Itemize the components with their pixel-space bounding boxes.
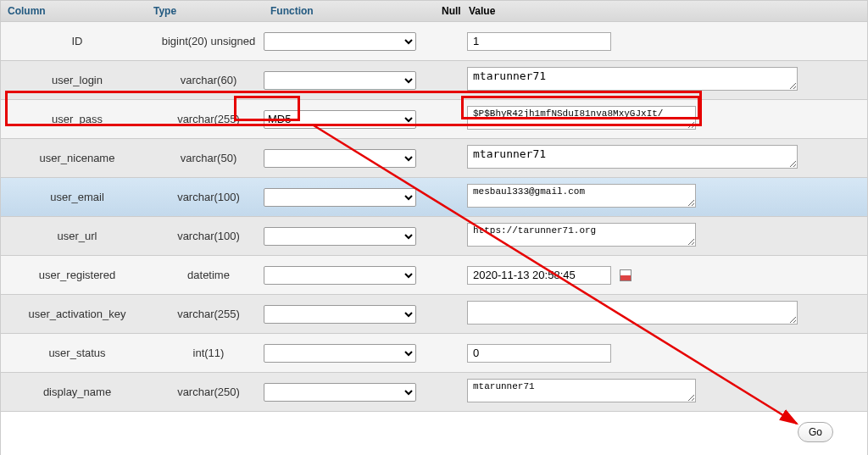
table-row: ID bigint(20) unsigned (0, 22, 868, 61)
function-select[interactable] (264, 266, 416, 285)
go-button[interactable]: Go (798, 422, 833, 442)
table-row: user_registered datetime (0, 256, 868, 295)
table-header: Column Type Function Null Value (0, 0, 868, 22)
function-select[interactable] (264, 71, 416, 90)
column-name: ID (1, 35, 153, 47)
header-column[interactable]: Column (8, 5, 46, 17)
function-select[interactable] (264, 305, 416, 324)
table-row: user_url varchar(100) (0, 217, 868, 256)
column-name: user_status (1, 347, 153, 359)
function-select[interactable] (264, 188, 416, 207)
header-type[interactable]: Type (153, 5, 176, 17)
value-textarea[interactable] (467, 106, 696, 130)
column-name: user_activation_key (1, 308, 153, 320)
column-type: varchar(50) (153, 152, 264, 164)
function-select[interactable] (264, 383, 416, 402)
column-name: user_nicename (1, 152, 153, 164)
table-row: user_activation_key varchar(255) (0, 295, 868, 334)
column-type: datetime (153, 269, 264, 281)
table-row: user_status int(11) (0, 334, 868, 373)
column-name: user_registered (1, 269, 153, 281)
table-row: user_email varchar(100) (0, 178, 868, 217)
calendar-icon[interactable] (620, 269, 632, 281)
column-type: bigint(20) unsigned (153, 35, 264, 47)
column-name: user_email (1, 191, 153, 203)
column-type: varchar(250) (153, 386, 264, 398)
function-select[interactable]: MD5 (264, 110, 416, 129)
function-select[interactable] (264, 149, 416, 168)
table-row: user_login varchar(60) (0, 61, 868, 100)
value-input[interactable] (467, 266, 611, 285)
value-textarea[interactable] (467, 67, 798, 91)
header-null: Null (442, 5, 467, 17)
function-select[interactable] (264, 344, 416, 363)
footer: Go (0, 412, 868, 455)
table-row: display_name varchar(250) (0, 373, 868, 412)
function-select[interactable] (264, 227, 416, 246)
value-input[interactable] (467, 344, 611, 363)
column-type: varchar(255) (153, 113, 264, 125)
column-name: display_name (1, 386, 153, 398)
column-name: user_login (1, 74, 153, 86)
column-name: user_url (1, 230, 153, 242)
value-textarea[interactable] (467, 301, 798, 325)
function-select[interactable] (264, 32, 416, 51)
column-type: int(11) (153, 347, 264, 359)
table-row: user_nicename varchar(50) (0, 139, 868, 178)
column-name: user_pass (1, 113, 153, 125)
value-textarea[interactable] (467, 223, 696, 247)
column-type: varchar(100) (153, 230, 264, 242)
column-type: varchar(255) (153, 308, 264, 320)
table-row: user_pass varchar(255) MD5 (0, 100, 868, 139)
value-textarea[interactable] (467, 145, 798, 169)
header-value: Value (467, 5, 867, 17)
column-type: varchar(60) (153, 74, 264, 86)
header-function[interactable]: Function (270, 5, 314, 17)
column-type: varchar(100) (153, 191, 264, 203)
value-input[interactable] (467, 32, 611, 51)
value-textarea[interactable] (467, 379, 696, 402)
value-textarea[interactable] (467, 184, 696, 208)
